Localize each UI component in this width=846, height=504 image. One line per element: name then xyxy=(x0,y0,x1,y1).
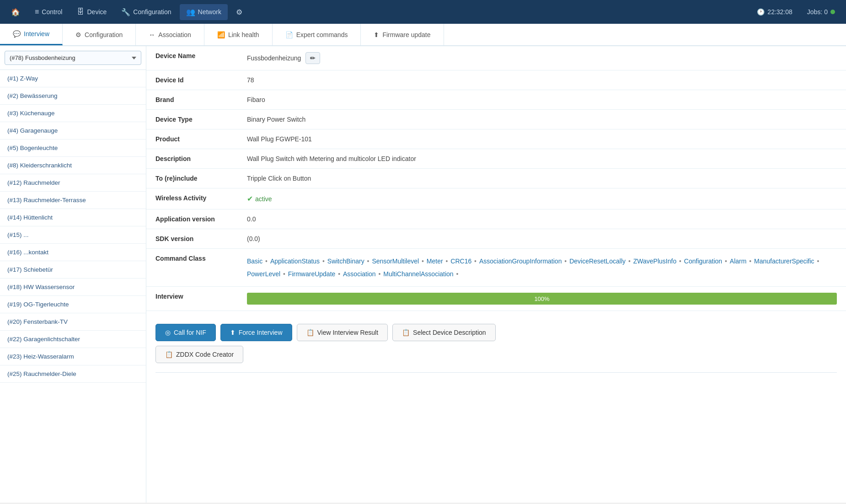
nav-configuration[interactable]: 🔧 Configuration xyxy=(115,4,177,20)
nav-device[interactable]: 🗄 Device xyxy=(70,4,113,20)
dot-separator: • xyxy=(455,270,459,278)
command-class-links: Basic • ApplicationStatus • SwitchBinary… xyxy=(247,255,837,280)
device-list-item[interactable]: (#13) Rauchmelder-Terrasse xyxy=(0,192,146,209)
association-tab-icon: ↔ xyxy=(149,31,155,38)
expert-commands-tab-label: Expert commands xyxy=(296,31,348,38)
device-list-item[interactable]: (#1) Z-Way xyxy=(0,70,146,87)
clock-icon: 🕐 xyxy=(757,8,765,16)
device-list-item[interactable]: (#22) Garagenlichtschalter xyxy=(0,331,146,348)
configuration-tab-label: Configuration xyxy=(85,31,123,38)
device-list-item[interactable]: (#4) Garagenauge xyxy=(0,122,146,139)
nav-control[interactable]: ≡ Control xyxy=(28,4,69,20)
interview-label: Interview xyxy=(146,287,238,311)
select-device-description-button[interactable]: 📋 Select Device Description xyxy=(392,324,496,341)
command-class-link[interactable]: FirmwareUpdate xyxy=(288,270,335,278)
device-list-item[interactable]: (#25) Rauchmelder-Diele xyxy=(0,365,146,383)
command-class-link[interactable]: ManufacturerSpecific xyxy=(754,257,814,265)
device-list-item[interactable]: (#8) Kleiderschranklicht xyxy=(0,157,146,174)
command-class-link[interactable]: Meter xyxy=(427,257,443,265)
device-list-item[interactable]: (#14) Hüttenlicht xyxy=(0,209,146,226)
command-class-link[interactable]: AssociationGroupInformation xyxy=(479,257,562,265)
tab-configuration[interactable]: ⚙ Configuration xyxy=(63,24,136,45)
command-class-link[interactable]: SwitchBinary xyxy=(327,257,364,265)
wireless-activity-status: ✔ active xyxy=(247,194,837,203)
dot-separator: • xyxy=(815,257,819,265)
device-info-table: Device Name Fussbodenheizung ✏ Device Id… xyxy=(146,46,846,311)
device-list-item[interactable]: (#15) ... xyxy=(0,226,146,244)
product-value: Wall Plug FGWPE-101 xyxy=(238,129,846,149)
tab-expert-commands[interactable]: 📄 Expert commands xyxy=(273,24,361,45)
product-row: Product Wall Plug FGWPE-101 xyxy=(146,129,846,149)
dot-separator: • xyxy=(677,257,683,265)
tab-interview[interactable]: 💬 Interview xyxy=(0,24,63,45)
command-class-link[interactable]: Association xyxy=(343,270,376,278)
tab-association[interactable]: ↔ Association xyxy=(136,24,204,45)
device-list-item[interactable]: (#2) Bewässerung xyxy=(0,87,146,105)
tab-firmware-update[interactable]: ⬆ Firmware update xyxy=(361,24,444,45)
nav-time: 🕐 22:32:08 xyxy=(750,5,799,19)
device-list-item[interactable]: (#19) OG-Tigerleuchte xyxy=(0,296,146,313)
command-class-link[interactable]: Alarm xyxy=(730,257,747,265)
view-interview-result-button[interactable]: 📋 View Interview Result xyxy=(297,324,388,341)
config-icon: 🔧 xyxy=(121,8,130,16)
sidebar: (#78) Fussbodenheizung (#1) Z-Way(#2) Be… xyxy=(0,46,146,503)
main-layout: (#78) Fussbodenheizung (#1) Z-Way(#2) Be… xyxy=(0,46,846,503)
device-list-item[interactable]: (#12) Rauchmelder xyxy=(0,174,146,192)
nav-settings[interactable]: ⚙ xyxy=(230,4,249,20)
interview-tab-icon: 💬 xyxy=(13,30,21,38)
tab-link-health[interactable]: 📶 Link health xyxy=(204,24,273,45)
network-icon: 👥 xyxy=(186,8,195,16)
description-value: Wall Plug Switch with Metering and multi… xyxy=(238,149,846,169)
device-name-value: Fussbodenheizung xyxy=(247,54,301,62)
bottom-divider xyxy=(155,372,837,373)
dot-separator: • xyxy=(626,257,632,265)
dot-separator: • xyxy=(747,257,753,265)
nav-control-label: Control xyxy=(42,8,62,16)
device-list-item[interactable]: (#17) Schiebetür xyxy=(0,261,146,279)
device-id-row: Device Id 78 xyxy=(146,70,846,90)
call-for-nif-button[interactable]: ◎ Call for NIF xyxy=(155,324,216,341)
device-list-item[interactable]: (#16) ...kontakt xyxy=(0,244,146,261)
command-class-link[interactable]: Configuration xyxy=(684,257,722,265)
select-desc-icon: 📋 xyxy=(402,329,410,336)
device-type-label: Device Type xyxy=(146,110,238,129)
view-icon: 📋 xyxy=(306,329,314,336)
command-class-link[interactable]: ZWavePlusInfo xyxy=(633,257,676,265)
force-interview-button[interactable]: ⬆ Force Interview xyxy=(220,324,292,341)
zddx-code-creator-button[interactable]: 📋 ZDDX Code Creator xyxy=(155,346,243,363)
device-name-label: Device Name xyxy=(146,46,238,70)
command-class-row: Command Class Basic • ApplicationStatus … xyxy=(146,249,846,287)
configuration-tab-icon: ⚙ xyxy=(75,31,81,38)
nif-icon: ◎ xyxy=(165,329,171,336)
device-selector[interactable]: (#78) Fussbodenheizung xyxy=(5,51,141,65)
device-name-row: Device Name Fussbodenheizung ✏ xyxy=(146,46,846,70)
nav-home[interactable]: 🏠 xyxy=(5,4,27,20)
command-class-link[interactable]: Basic xyxy=(247,257,262,265)
command-class-link[interactable]: PowerLevel xyxy=(247,270,280,278)
device-list-item[interactable]: (#20) Fensterbank-TV xyxy=(0,313,146,331)
actions-row-2: 📋 ZDDX Code Creator xyxy=(146,346,846,368)
brand-row: Brand Fibaro xyxy=(146,90,846,110)
wireless-activity-value: active xyxy=(255,195,272,203)
device-list-item[interactable]: (#5) Bogenleuchte xyxy=(0,139,146,157)
command-class-link[interactable]: MultiChannelAssociation xyxy=(383,270,453,278)
device-list-item[interactable]: (#23) Heiz-Wasseralarm xyxy=(0,348,146,365)
jobs-status-dot xyxy=(830,10,835,14)
device-type-row: Device Type Binary Power Switch xyxy=(146,110,846,129)
command-class-link[interactable]: CRC16 xyxy=(450,257,471,265)
nav-network[interactable]: 👥 Network xyxy=(180,4,228,20)
product-label: Product xyxy=(146,129,238,149)
interview-bar: 100% xyxy=(247,293,837,305)
command-class-link[interactable]: DeviceResetLocally xyxy=(569,257,626,265)
edit-device-name-button[interactable]: ✏ xyxy=(305,52,320,64)
device-id-label: Device Id xyxy=(146,70,238,90)
device-list-item[interactable]: (#3) Küchenauge xyxy=(0,105,146,122)
device-list-item[interactable]: (#18) HW Wassersensor xyxy=(0,279,146,296)
interview-tab-label: Interview xyxy=(24,30,49,38)
dot-separator: • xyxy=(723,257,729,265)
device-name-wrap: Fussbodenheizung ✏ xyxy=(247,52,837,64)
dot-separator: • xyxy=(336,270,342,278)
command-class-link[interactable]: SensorMultilevel xyxy=(372,257,419,265)
command-class-link[interactable]: ApplicationStatus xyxy=(270,257,320,265)
reinclude-value: Tripple Click on Button xyxy=(238,169,846,188)
